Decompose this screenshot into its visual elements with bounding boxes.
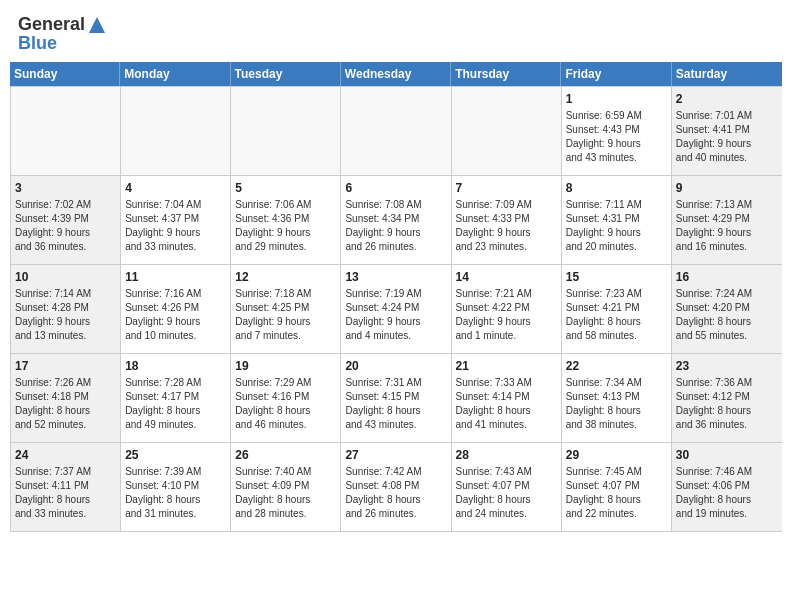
header-day-sunday: Sunday [10, 62, 120, 86]
calendar-row-1: 3Sunrise: 7:02 AM Sunset: 4:39 PM Daylig… [11, 175, 782, 264]
calendar-cell: 22Sunrise: 7:34 AM Sunset: 4:13 PM Dayli… [562, 354, 672, 442]
calendar: SundayMondayTuesdayWednesdayThursdayFrid… [0, 62, 792, 612]
logo-line: General [18, 14, 106, 35]
cell-info: Sunrise: 7:46 AM Sunset: 4:06 PM Dayligh… [676, 465, 778, 521]
calendar-cell [341, 87, 451, 175]
calendar-cell: 12Sunrise: 7:18 AM Sunset: 4:25 PM Dayli… [231, 265, 341, 353]
svg-marker-0 [89, 16, 105, 32]
day-number: 22 [566, 358, 667, 374]
cell-info: Sunrise: 7:42 AM Sunset: 4:08 PM Dayligh… [345, 465, 446, 521]
header-day-friday: Friday [561, 62, 671, 86]
cell-info: Sunrise: 7:36 AM Sunset: 4:12 PM Dayligh… [676, 376, 778, 432]
cell-info: Sunrise: 7:43 AM Sunset: 4:07 PM Dayligh… [456, 465, 557, 521]
calendar-cell: 4Sunrise: 7:04 AM Sunset: 4:37 PM Daylig… [121, 176, 231, 264]
cell-info: Sunrise: 6:59 AM Sunset: 4:43 PM Dayligh… [566, 109, 667, 165]
page: General Blue SundayMondayTuesdayWednesda… [0, 0, 792, 612]
calendar-row-4: 24Sunrise: 7:37 AM Sunset: 4:11 PM Dayli… [11, 442, 782, 531]
day-number: 26 [235, 447, 336, 463]
day-number: 29 [566, 447, 667, 463]
logo-blue-text: Blue [18, 33, 57, 54]
cell-info: Sunrise: 7:24 AM Sunset: 4:20 PM Dayligh… [676, 287, 778, 343]
calendar-cell: 6Sunrise: 7:08 AM Sunset: 4:34 PM Daylig… [341, 176, 451, 264]
day-number: 28 [456, 447, 557, 463]
logo-general-text: General [18, 14, 85, 35]
cell-info: Sunrise: 7:06 AM Sunset: 4:36 PM Dayligh… [235, 198, 336, 254]
calendar-cell: 3Sunrise: 7:02 AM Sunset: 4:39 PM Daylig… [11, 176, 121, 264]
calendar-cell: 11Sunrise: 7:16 AM Sunset: 4:26 PM Dayli… [121, 265, 231, 353]
calendar-cell: 20Sunrise: 7:31 AM Sunset: 4:15 PM Dayli… [341, 354, 451, 442]
calendar-cell: 28Sunrise: 7:43 AM Sunset: 4:07 PM Dayli… [452, 443, 562, 531]
cell-info: Sunrise: 7:26 AM Sunset: 4:18 PM Dayligh… [15, 376, 116, 432]
cell-info: Sunrise: 7:40 AM Sunset: 4:09 PM Dayligh… [235, 465, 336, 521]
calendar-cell: 19Sunrise: 7:29 AM Sunset: 4:16 PM Dayli… [231, 354, 341, 442]
calendar-cell: 24Sunrise: 7:37 AM Sunset: 4:11 PM Dayli… [11, 443, 121, 531]
day-number: 13 [345, 269, 446, 285]
day-number: 24 [15, 447, 116, 463]
calendar-cell [121, 87, 231, 175]
cell-info: Sunrise: 7:14 AM Sunset: 4:28 PM Dayligh… [15, 287, 116, 343]
cell-info: Sunrise: 7:19 AM Sunset: 4:24 PM Dayligh… [345, 287, 446, 343]
cell-info: Sunrise: 7:08 AM Sunset: 4:34 PM Dayligh… [345, 198, 446, 254]
cell-info: Sunrise: 7:11 AM Sunset: 4:31 PM Dayligh… [566, 198, 667, 254]
day-number: 6 [345, 180, 446, 196]
logo-area: General Blue [18, 14, 106, 54]
cell-info: Sunrise: 7:16 AM Sunset: 4:26 PM Dayligh… [125, 287, 226, 343]
calendar-cell: 26Sunrise: 7:40 AM Sunset: 4:09 PM Dayli… [231, 443, 341, 531]
cell-info: Sunrise: 7:02 AM Sunset: 4:39 PM Dayligh… [15, 198, 116, 254]
cell-info: Sunrise: 7:31 AM Sunset: 4:15 PM Dayligh… [345, 376, 446, 432]
calendar-row-0: 1Sunrise: 6:59 AM Sunset: 4:43 PM Daylig… [11, 86, 782, 175]
cell-info: Sunrise: 7:29 AM Sunset: 4:16 PM Dayligh… [235, 376, 336, 432]
day-number: 5 [235, 180, 336, 196]
header-day-monday: Monday [120, 62, 230, 86]
header-day-wednesday: Wednesday [341, 62, 451, 86]
calendar-cell: 30Sunrise: 7:46 AM Sunset: 4:06 PM Dayli… [672, 443, 782, 531]
day-number: 19 [235, 358, 336, 374]
header: General Blue [0, 0, 792, 62]
day-number: 20 [345, 358, 446, 374]
cell-info: Sunrise: 7:13 AM Sunset: 4:29 PM Dayligh… [676, 198, 778, 254]
calendar-row-3: 17Sunrise: 7:26 AM Sunset: 4:18 PM Dayli… [11, 353, 782, 442]
calendar-cell: 9Sunrise: 7:13 AM Sunset: 4:29 PM Daylig… [672, 176, 782, 264]
cell-info: Sunrise: 7:33 AM Sunset: 4:14 PM Dayligh… [456, 376, 557, 432]
calendar-cell: 25Sunrise: 7:39 AM Sunset: 4:10 PM Dayli… [121, 443, 231, 531]
day-number: 11 [125, 269, 226, 285]
calendar-cell: 23Sunrise: 7:36 AM Sunset: 4:12 PM Dayli… [672, 354, 782, 442]
logo-icon [88, 16, 106, 34]
header-day-thursday: Thursday [451, 62, 561, 86]
calendar-row-2: 10Sunrise: 7:14 AM Sunset: 4:28 PM Dayli… [11, 264, 782, 353]
calendar-cell: 16Sunrise: 7:24 AM Sunset: 4:20 PM Dayli… [672, 265, 782, 353]
day-number: 10 [15, 269, 116, 285]
day-number: 25 [125, 447, 226, 463]
day-number: 21 [456, 358, 557, 374]
calendar-cell: 7Sunrise: 7:09 AM Sunset: 4:33 PM Daylig… [452, 176, 562, 264]
cell-info: Sunrise: 7:23 AM Sunset: 4:21 PM Dayligh… [566, 287, 667, 343]
calendar-body: 1Sunrise: 6:59 AM Sunset: 4:43 PM Daylig… [10, 86, 782, 532]
cell-info: Sunrise: 7:28 AM Sunset: 4:17 PM Dayligh… [125, 376, 226, 432]
calendar-cell: 1Sunrise: 6:59 AM Sunset: 4:43 PM Daylig… [562, 87, 672, 175]
cell-info: Sunrise: 7:21 AM Sunset: 4:22 PM Dayligh… [456, 287, 557, 343]
day-number: 27 [345, 447, 446, 463]
day-number: 30 [676, 447, 778, 463]
day-number: 14 [456, 269, 557, 285]
day-number: 1 [566, 91, 667, 107]
header-day-saturday: Saturday [672, 62, 782, 86]
calendar-cell: 10Sunrise: 7:14 AM Sunset: 4:28 PM Dayli… [11, 265, 121, 353]
day-number: 2 [676, 91, 778, 107]
day-number: 8 [566, 180, 667, 196]
day-number: 16 [676, 269, 778, 285]
day-number: 15 [566, 269, 667, 285]
calendar-header: SundayMondayTuesdayWednesdayThursdayFrid… [10, 62, 782, 86]
cell-info: Sunrise: 7:39 AM Sunset: 4:10 PM Dayligh… [125, 465, 226, 521]
day-number: 12 [235, 269, 336, 285]
day-number: 23 [676, 358, 778, 374]
cell-info: Sunrise: 7:09 AM Sunset: 4:33 PM Dayligh… [456, 198, 557, 254]
cell-info: Sunrise: 7:45 AM Sunset: 4:07 PM Dayligh… [566, 465, 667, 521]
calendar-cell: 5Sunrise: 7:06 AM Sunset: 4:36 PM Daylig… [231, 176, 341, 264]
header-day-tuesday: Tuesday [231, 62, 341, 86]
calendar-cell [231, 87, 341, 175]
calendar-cell: 17Sunrise: 7:26 AM Sunset: 4:18 PM Dayli… [11, 354, 121, 442]
calendar-cell [11, 87, 121, 175]
cell-info: Sunrise: 7:34 AM Sunset: 4:13 PM Dayligh… [566, 376, 667, 432]
calendar-cell: 27Sunrise: 7:42 AM Sunset: 4:08 PM Dayli… [341, 443, 451, 531]
cell-info: Sunrise: 7:04 AM Sunset: 4:37 PM Dayligh… [125, 198, 226, 254]
